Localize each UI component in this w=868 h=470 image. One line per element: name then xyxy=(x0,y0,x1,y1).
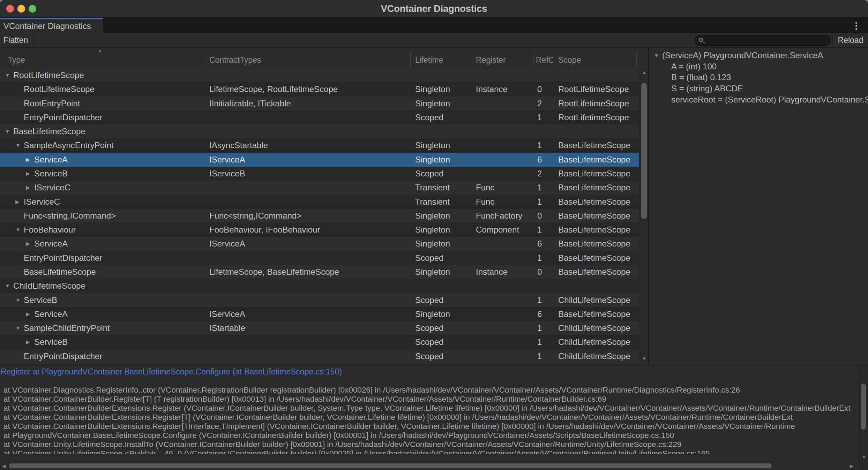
cell-contracts: IServiceB xyxy=(209,167,410,181)
stack-horizontal-scrollbar[interactable]: ◀ ▶ xyxy=(0,461,859,470)
column-header-register[interactable]: Register xyxy=(476,55,506,65)
flatten-button[interactable]: Flatten xyxy=(0,33,31,47)
column-divider[interactable] xyxy=(636,52,637,68)
cell-type: SampleChildEntryPoint xyxy=(24,321,207,335)
column-header-contracttypes[interactable]: ContractTypes xyxy=(209,55,261,65)
foldout-closed-icon[interactable]: ▶ xyxy=(26,153,30,167)
reload-button[interactable]: Reload xyxy=(832,33,868,47)
cell-register xyxy=(476,293,532,307)
cell-type: BaseLifetimeScope xyxy=(24,265,207,279)
cell-contracts: Func<string,ICommand> xyxy=(209,209,410,223)
column-divider[interactable] xyxy=(554,52,554,68)
tree-row[interactable]: BaseLifetimeScopeLifetimeScope, BaseLife… xyxy=(0,265,639,279)
tree-row[interactable]: ▼ChildLifetimeScope xyxy=(0,279,639,293)
column-divider[interactable] xyxy=(533,52,533,68)
foldout-closed-icon[interactable]: ▶ xyxy=(26,237,30,251)
cell-refcount xyxy=(537,68,553,82)
cell-register xyxy=(476,279,532,293)
cell-scope: BaseLifetimeScope xyxy=(558,195,638,209)
tree-row[interactable]: ▼FooBehaviourFooBehaviour, IFooBehaviour… xyxy=(0,223,639,237)
vcontainer-diagnostics-window: VContainer Diagnostics VContainer Diagno… xyxy=(0,0,868,470)
tree-row[interactable]: ▶ServiceAIServiceASingleton6BaseLifetime… xyxy=(0,153,639,167)
column-divider[interactable] xyxy=(472,52,472,68)
scroll-down-icon[interactable]: ▼ xyxy=(862,455,866,459)
column-header-scope[interactable]: Scope xyxy=(558,55,581,65)
search-field[interactable] xyxy=(694,35,831,46)
inspector-property: S = (string) ABCDE xyxy=(649,83,868,94)
tree-row[interactable]: ▶ServiceBScoped1ChildLifetimeScope xyxy=(0,335,639,349)
tree-row[interactable]: ▶IServiceCTransientFunc1BaseLifetimeScop… xyxy=(0,181,639,195)
tab-vcontainer-diagnostics[interactable]: VContainer Diagnostics xyxy=(0,18,103,33)
cell-lifetime: Scoped xyxy=(415,349,472,363)
cell-refcount xyxy=(537,124,553,138)
tree-row[interactable]: RootEntryPointIInitializable, ITickableS… xyxy=(0,97,639,111)
cell-lifetime xyxy=(415,124,472,138)
tree-row[interactable]: ▶ServiceBIServiceBScoped2BaseLifetimeSco… xyxy=(0,167,639,181)
cell-contracts xyxy=(209,335,410,349)
cell-refcount: 1 xyxy=(537,251,553,265)
foldout-closed-icon[interactable]: ▶ xyxy=(26,335,30,349)
tree-row[interactable]: ▼SampleChildEntryPointIStartableScoped1C… xyxy=(0,321,639,335)
tree-row[interactable]: ▼BaseLifetimeScope xyxy=(0,124,639,138)
inspector-content: ▼ (ServiceA) PlaygroundVContainer.Servic… xyxy=(649,50,868,105)
tree-row[interactable]: ▼ServiceBScoped1ChildLifetimeScope xyxy=(0,293,639,307)
stack-hscrollbar-thumb[interactable] xyxy=(9,463,772,468)
register-location-link[interactable]: Register at PlaygroundVContainer.BaseLif… xyxy=(1,367,342,377)
cell-lifetime xyxy=(415,68,472,82)
tree-row[interactable]: RootLifetimeScopeLifetimeScope, RootLife… xyxy=(0,82,639,96)
tree-row[interactable]: ▶ServiceAIServiceASingleton6BaseLifetime… xyxy=(0,237,639,251)
tree-row[interactable]: Func<string,ICommand>Func<string,IComman… xyxy=(0,209,639,223)
stack-scrollbar-thumb[interactable] xyxy=(861,384,866,430)
column-divider[interactable] xyxy=(410,52,411,68)
tree-scrollbar-thumb[interactable] xyxy=(641,83,647,219)
stacktrace-line: at PlaygroundVContainer.BaseLifetimeScop… xyxy=(3,431,858,440)
cell-lifetime: Scoped xyxy=(415,167,472,181)
cell-refcount: 2 xyxy=(537,97,553,111)
column-header-refcount[interactable]: RefCount xyxy=(536,55,553,65)
cell-scope: BaseLifetimeScope xyxy=(558,181,638,195)
foldout-open-icon[interactable]: ▼ xyxy=(15,293,21,307)
tree-row[interactable]: EntryPointDispatcherScoped1BaseLifetimeS… xyxy=(0,251,639,265)
column-header-lifetime[interactable]: Lifetime xyxy=(415,55,443,65)
foldout-closed-icon[interactable]: ▶ xyxy=(15,195,20,209)
foldout-open-icon[interactable]: ▼ xyxy=(15,321,21,335)
tree-row[interactable]: ▶IServiceCTransientFunc1BaseLifetimeScop… xyxy=(0,195,639,209)
foldout-open-icon[interactable]: ▼ xyxy=(654,50,659,61)
foldout-open-icon[interactable]: ▼ xyxy=(5,68,10,82)
tree-row[interactable]: ▼RootLifetimeScope xyxy=(0,68,639,82)
foldout-closed-icon[interactable]: ▶ xyxy=(26,167,30,181)
search-input[interactable] xyxy=(709,36,827,45)
foldout-open-icon[interactable]: ▼ xyxy=(5,124,10,138)
cell-contracts: IServiceA xyxy=(209,307,410,321)
scroll-left-icon[interactable]: ◀ xyxy=(2,464,6,468)
tree-row[interactable]: ▶ServiceAIServiceASingleton6BaseLifetime… xyxy=(0,307,639,321)
foldout-open-icon[interactable]: ▼ xyxy=(15,223,21,237)
scroll-right-icon[interactable]: ▶ xyxy=(850,464,853,468)
cell-scope: BaseLifetimeScope xyxy=(558,251,638,265)
cell-register xyxy=(476,167,532,181)
column-header-type[interactable]: Type xyxy=(8,55,25,65)
cell-lifetime: Scoped xyxy=(415,111,472,124)
foldout-closed-icon[interactable]: ▶ xyxy=(26,181,30,195)
tree-row[interactable]: ▼SampleAsyncEntryPointIAsyncStartableSin… xyxy=(0,138,639,152)
foldout-closed-icon[interactable]: ▶ xyxy=(26,307,30,321)
cell-refcount: 1 xyxy=(537,181,553,195)
cell-refcount: 0 xyxy=(537,209,553,223)
scroll-up-icon[interactable]: ▲ xyxy=(642,70,646,75)
sort-descending-icon: ▼ xyxy=(98,49,102,53)
column-divider[interactable] xyxy=(207,52,207,68)
more-menu-icon[interactable] xyxy=(853,21,860,31)
tree-row[interactable]: EntryPointDispatcherScoped1ChildLifetime… xyxy=(0,349,639,363)
scroll-down-icon[interactable]: ▼ xyxy=(642,356,646,361)
cell-contracts xyxy=(209,251,410,265)
cell-refcount xyxy=(537,279,553,293)
tree-row[interactable]: EntryPointDispatcherScoped1RootLifetimeS… xyxy=(0,111,639,124)
stacktrace-line: at VContainer.Diagnostics.RegisterInfo..… xyxy=(3,386,858,395)
stack-vertical-scrollbar[interactable]: ▼ xyxy=(859,365,868,461)
cell-contracts xyxy=(209,68,410,82)
tree-vertical-scrollbar[interactable]: ▲ ▼ xyxy=(639,68,648,363)
foldout-open-icon[interactable]: ▼ xyxy=(5,279,10,293)
inspector-title-row[interactable]: ▼ (ServiceA) PlaygroundVContainer.Servic… xyxy=(649,50,868,61)
foldout-open-icon[interactable]: ▼ xyxy=(15,138,21,152)
toolbar: Flatten Reload xyxy=(0,33,868,48)
